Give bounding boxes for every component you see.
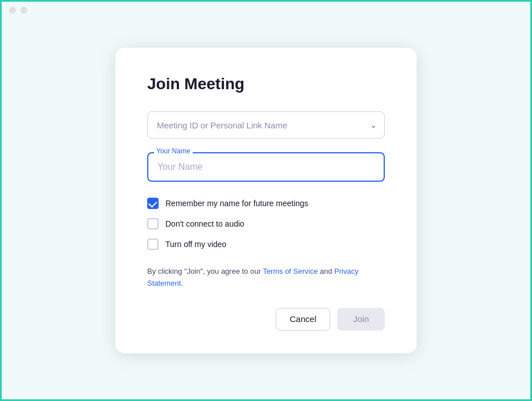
checkboxes-group: Remember my name for future meetings Don…: [147, 198, 385, 250]
checkbox-audio-box: [147, 218, 159, 229]
checkbox-audio[interactable]: Don't connect to audio: [147, 218, 385, 229]
join-button[interactable]: Join: [337, 308, 385, 331]
terms-suffix: .: [181, 279, 183, 287]
checkbox-remember-label: Remember my name for future meetings: [165, 199, 308, 208]
terms-prefix: By clicking "Join", you agree to our: [147, 267, 263, 275]
checkbox-audio-label: Don't connect to audio: [165, 219, 244, 228]
terms-text: By clicking "Join", you agree to our Ter…: [147, 266, 385, 290]
button-row: Cancel Join: [147, 308, 385, 331]
your-name-label: Your Name: [154, 147, 193, 155]
checkbox-remember-box: [147, 198, 159, 209]
dialog-title: Join Meeting: [147, 75, 385, 93]
meeting-id-select[interactable]: Meeting ID or Personal Link Name: [147, 111, 385, 139]
traffic-light-minimize: [20, 7, 27, 14]
meeting-id-wrapper: Meeting ID or Personal Link Name ⌄: [147, 111, 385, 139]
cancel-button[interactable]: Cancel: [276, 308, 331, 331]
terms-of-service-link[interactable]: Terms of Service: [263, 267, 318, 275]
your-name-input[interactable]: [147, 152, 385, 182]
checkbox-video[interactable]: Turn off my video: [147, 239, 385, 250]
checkbox-remember[interactable]: Remember my name for future meetings: [147, 198, 385, 209]
checkbox-video-label: Turn off my video: [165, 240, 226, 249]
window-chrome: [9, 7, 27, 14]
terms-middle: and: [318, 267, 334, 275]
join-meeting-dialog: Join Meeting Meeting ID or Personal Link…: [115, 48, 417, 353]
traffic-light-close: [9, 7, 16, 14]
checkbox-video-box: [147, 239, 159, 250]
your-name-wrapper: Your Name: [147, 152, 385, 182]
